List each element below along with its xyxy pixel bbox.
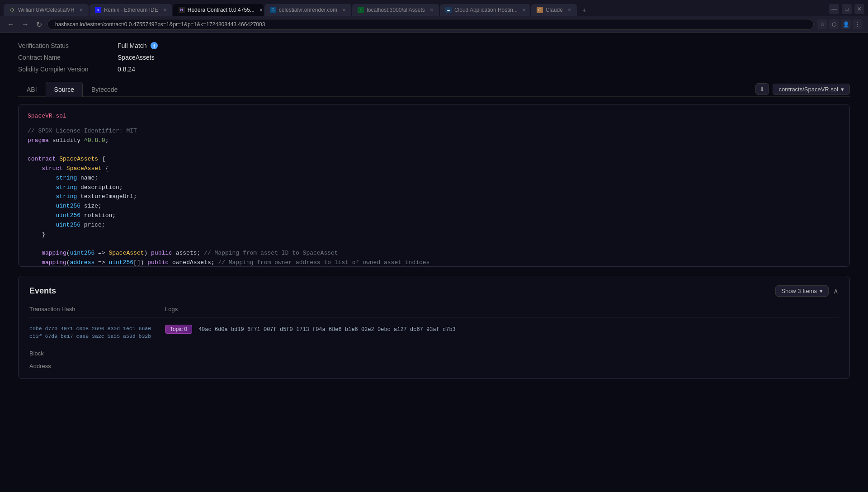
file-selector[interactable]: contracts/SpaceVR.sol ▾ — [773, 84, 850, 95]
solidity-version-row: Solidity Compiler Version 0.8.24 — [18, 66, 850, 73]
full-match-text: Full Match — [118, 42, 147, 49]
solidity-version-value: 0.8.24 — [118, 66, 135, 73]
code-line-struct: struct SpaceAsset { — [28, 164, 840, 174]
tab-close-hedera[interactable]: ✕ — [259, 7, 263, 13]
tab-label-localhost: localhost:3000/allAssets — [367, 7, 425, 13]
address-row: Address — [29, 362, 839, 369]
tab-close-claude[interactable]: ✕ — [567, 7, 571, 13]
verification-status-row: Verification Status Full Match ℹ — [18, 42, 850, 49]
localhost-favicon: L — [358, 7, 364, 13]
address-bar-row: ← → ↻ hashscan.io/testnet/contract/0.0.4… — [0, 16, 868, 33]
remix-favicon: R — [95, 7, 101, 13]
tab-close-github[interactable]: ✕ — [79, 7, 83, 13]
file-selector-chevron: ▾ — [841, 86, 844, 93]
tab-close-cloud[interactable]: ✕ — [522, 7, 526, 13]
solidity-version-label: Solidity Compiler Version — [18, 66, 118, 73]
event-log-hash: 40ac 6d0a bd19 6f71 007f d5f0 1713 f04a … — [198, 326, 456, 333]
events-section: Events Show 3 Items ▾ ∧ Transaction Hash… — [18, 276, 850, 379]
events-controls: Show 3 Items ▾ ∧ — [775, 285, 839, 297]
code-line-name: string name; — [28, 174, 840, 183]
extensions-icon[interactable]: ⬡ — [829, 19, 839, 29]
download-button[interactable]: ⬇ — [755, 83, 769, 95]
tab-label-cloud: Cloud Application Hostin... — [454, 7, 518, 13]
github-favicon: ⬡ — [9, 7, 15, 13]
tab-label-hedera: Hedera Contract 0.0.4755... — [188, 7, 255, 13]
contract-name-row: Contract Name SpaceAssets — [18, 54, 850, 61]
tab-celestialvr[interactable]: C celestialvr.onrender.com ✕ — [264, 4, 351, 16]
verification-status-value: Full Match ℹ — [118, 42, 158, 49]
code-line-1: // SPDX-License-Identifier: MIT — [28, 127, 840, 136]
code-line-size: uint256 size; — [28, 202, 840, 211]
tab-bar: ⬡ WilliamUW/CelestialVR ✕ R Remix - Ethe… — [0, 0, 868, 16]
events-title: Events — [29, 286, 56, 296]
events-header: Events Show 3 Items ▾ ∧ — [29, 285, 839, 297]
contract-info: Verification Status Full Match ℹ Contrac… — [18, 42, 850, 73]
code-line-price: uint256 price; — [28, 221, 840, 230]
verification-status-label: Verification Status — [18, 42, 118, 49]
code-line-desc: string description; — [28, 183, 840, 193]
tab-close-celestialvr[interactable]: ✕ — [342, 7, 346, 13]
tab-label-remix: Remix - Ethereum IDE — [104, 7, 158, 13]
show-items-button[interactable]: Show 3 Items ▾ — [775, 285, 829, 297]
code-line-contract: contract SpaceAssets { — [28, 155, 840, 164]
event-row-0: c0be d770 4071 c008 2690 830d 1ec1 66a0 … — [29, 325, 839, 341]
tab-bytecode[interactable]: Bytecode — [83, 82, 126, 97]
hedera-favicon: H — [179, 7, 185, 13]
col-logs: Logs — [165, 306, 839, 312]
address-text: hashscan.io/testnet/contract/0.0.4755749… — [55, 21, 265, 28]
new-tab-button[interactable]: + — [578, 4, 590, 16]
bookmark-icon[interactable]: ☆ — [817, 19, 827, 29]
event-hash-cell: c0be d770 4071 c008 2690 830d 1ec1 66a0 … — [29, 325, 156, 341]
tab-close-remix[interactable]: ✕ — [163, 7, 167, 13]
events-table-header: Transaction Hash Logs — [29, 306, 839, 317]
code-line-mapping1: mapping(uint256 => SpaceAsset) public as… — [28, 249, 840, 258]
maximize-button[interactable]: □ — [842, 4, 852, 14]
close-window-button[interactable]: ✕ — [854, 4, 864, 14]
claude-favicon: C — [537, 7, 543, 13]
topic-badge[interactable]: Topic 0 — [165, 325, 192, 334]
tab-localhost[interactable]: L localhost:3000/allAssets ✕ — [352, 4, 439, 16]
address-bar[interactable]: hashscan.io/testnet/contract/0.0.4755749… — [47, 19, 814, 30]
reload-button[interactable]: ↻ — [34, 19, 44, 30]
tab-close-localhost[interactable]: ✕ — [429, 7, 434, 13]
tab-claude[interactable]: C Claude ✕ — [531, 4, 577, 16]
collapse-button[interactable]: ∧ — [833, 287, 839, 295]
browser-chrome: ⬡ WilliamUW/CelestialVR ✕ R Remix - Ethe… — [0, 0, 868, 33]
tab-label-celestialvr: celestialvr.onrender.com — [279, 7, 337, 13]
code-line-blank1 — [28, 145, 840, 155]
address-label: Address — [29, 363, 51, 369]
code-line-texture: string textureImageUrl; — [28, 192, 840, 202]
code-line-rotation: uint256 rotation; — [28, 211, 840, 221]
tab-abi[interactable]: ABI — [18, 82, 46, 97]
code-line-struct-close: } — [28, 230, 840, 240]
tab-hedera[interactable]: H Hedera Contract 0.0.4755... ✕ — [173, 4, 264, 16]
tab-label-claude: Claude — [546, 7, 563, 13]
celestialvr-favicon: C — [270, 7, 276, 13]
tab-label-github: WilliamUW/CelestialVR — [18, 7, 75, 13]
show-items-label: Show 3 Items — [781, 288, 817, 294]
tab-cloud[interactable]: ☁ Cloud Application Hostin... ✕ — [440, 4, 530, 16]
event-transaction-hash: c0be d770 4071 c008 2690 830d 1ec1 66a0 … — [29, 325, 156, 341]
back-button[interactable]: ← — [5, 19, 16, 29]
block-label: Block — [29, 350, 44, 357]
forward-button[interactable]: → — [20, 19, 31, 29]
tab-remix[interactable]: R Remix - Ethereum IDE ✕ — [90, 4, 172, 16]
code-line-blank2 — [28, 239, 840, 249]
code-filename: SpaceVR.sol — [28, 112, 840, 121]
profile-icon[interactable]: 👤 — [841, 19, 851, 29]
event-logs-cell: Topic 0 40ac 6d0a bd19 6f71 007f d5f0 17… — [165, 325, 839, 334]
tab-source[interactable]: Source — [46, 82, 83, 97]
tab-toolbar-right: ⬇ contracts/SpaceVR.sol ▾ — [755, 83, 850, 95]
col-transaction-hash: Transaction Hash — [29, 306, 156, 312]
menu-icon[interactable]: ⋮ — [853, 19, 863, 29]
tab-github[interactable]: ⬡ WilliamUW/CelestialVR ✕ — [4, 4, 89, 16]
minimize-button[interactable]: — — [829, 4, 839, 14]
code-line-2: pragma solidity ^0.8.0; — [28, 136, 840, 146]
info-icon[interactable]: ℹ — [151, 42, 158, 49]
block-row: Block — [29, 350, 839, 357]
file-selector-label: contracts/SpaceVR.sol — [778, 86, 838, 93]
page-content: Verification Status Full Match ℹ Contrac… — [0, 33, 868, 388]
code-line-mapping2: mapping(address => uint256[]) public own… — [28, 258, 840, 267]
code-tab-section: ABI Source Bytecode ⬇ contracts/SpaceVR.… — [18, 82, 850, 97]
show-items-chevron: ▾ — [820, 288, 823, 294]
